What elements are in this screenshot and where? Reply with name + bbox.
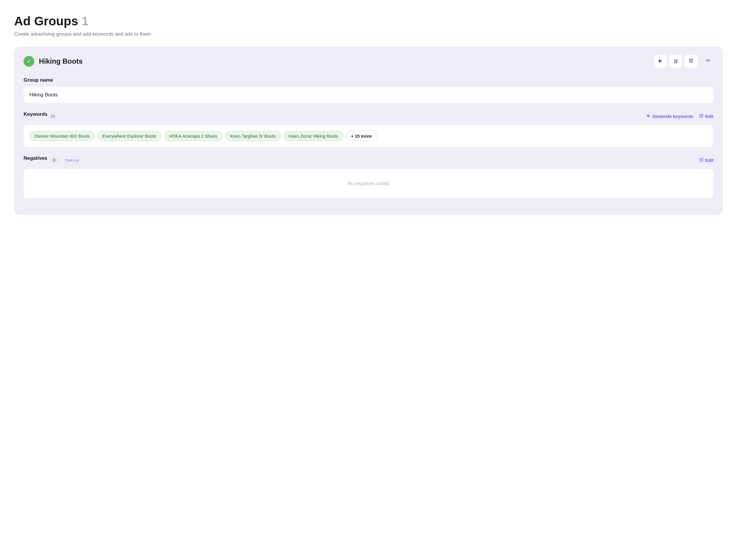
- keyword-tag: Danner Mountain 600 Boots: [29, 131, 95, 141]
- keyword-tag: Keen Targhee IV Boots: [225, 131, 281, 141]
- card-header: ✓ Hiking Boots: [24, 55, 713, 68]
- group-name-section: Group name: [24, 77, 713, 103]
- keywords-box: Danner Mountain 600 Boots Everywhere Exp…: [24, 125, 713, 147]
- pause-icon: [675, 59, 677, 63]
- group-name-input[interactable]: [24, 87, 713, 103]
- edit-pencil-icon: [699, 114, 703, 119]
- group-name-label: Group name: [24, 77, 713, 83]
- negatives-edit-label: Edit: [705, 158, 713, 163]
- page-subtitle: Create advertising groups and add keywor…: [14, 31, 723, 37]
- no-negatives-text: No negatives added: [348, 181, 389, 186]
- negatives-label: Negatives: [24, 155, 47, 161]
- negatives-count: 0: [50, 157, 58, 163]
- delete-button[interactable]: [685, 55, 697, 68]
- optional-badge: Optional: [61, 157, 83, 164]
- status-icon: ✓: [24, 56, 34, 67]
- play-icon: [659, 59, 662, 64]
- keywords-edit-label: Edit: [705, 114, 713, 119]
- chevron-up-icon: [705, 58, 711, 65]
- page-title-count: 1: [82, 14, 88, 28]
- negatives-header-left: Negatives 0 Optional: [24, 155, 83, 165]
- negatives-edit-button[interactable]: Edit: [699, 158, 713, 163]
- generate-keywords-label: Generate keywords: [652, 114, 693, 119]
- trash-icon: [688, 58, 694, 65]
- pause-button[interactable]: [669, 55, 682, 68]
- keywords-count: 20: [50, 114, 55, 118]
- keyword-tag: Everywhere Explorer Boots: [98, 131, 161, 141]
- page-title: Ad Groups: [14, 14, 78, 28]
- keyword-tag: HOKA Anacapa 2 Shoes: [164, 131, 222, 141]
- keyword-tag: Keen Zionic Hiking Boots: [284, 131, 343, 141]
- card-header-actions: [654, 55, 713, 68]
- play-button[interactable]: [654, 55, 667, 68]
- keywords-header-right: Generate keywords Edit: [646, 113, 713, 119]
- keywords-header-left: Keywords 20: [24, 111, 55, 121]
- lightning-icon: [646, 113, 651, 119]
- more-keywords-tag[interactable]: + 15 more: [346, 131, 377, 141]
- card-header-left: ✓ Hiking Boots: [24, 56, 83, 67]
- keywords-section: Keywords 20 Generate keywords: [24, 111, 713, 147]
- negatives-edit-pencil-icon: [699, 158, 703, 163]
- page-header: Ad Groups 1 Create advertising groups an…: [14, 14, 723, 37]
- keywords-edit-button[interactable]: Edit: [699, 114, 713, 119]
- ad-group-title: Hiking Boots: [39, 57, 83, 65]
- negatives-box: No negatives added: [24, 169, 713, 198]
- negatives-section: Negatives 0 Optional Edit No negatives a…: [24, 155, 713, 198]
- keywords-label: Keywords: [24, 111, 47, 117]
- check-icon: ✓: [27, 58, 31, 65]
- negatives-header: Negatives 0 Optional Edit: [24, 155, 713, 165]
- svg-marker-0: [646, 114, 650, 118]
- generate-keywords-button[interactable]: Generate keywords: [646, 113, 693, 119]
- collapse-button[interactable]: [702, 56, 713, 67]
- keywords-header: Keywords 20 Generate keywords: [24, 111, 713, 121]
- ad-group-card: ✓ Hiking Boots: [14, 47, 723, 215]
